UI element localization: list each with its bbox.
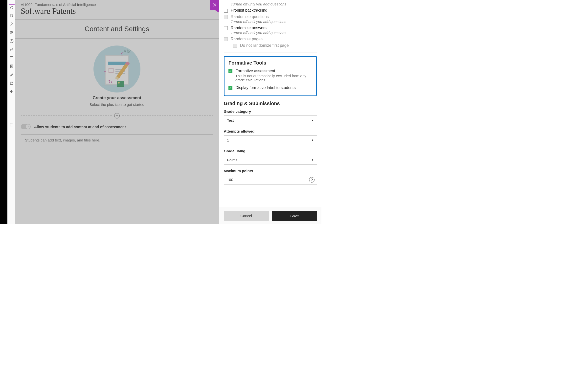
empty-title: Create your assessment — [15, 95, 219, 100]
settings-scroll[interactable]: Turned off until you add questions Prohi… — [219, 0, 321, 207]
grade-using-label: Grade using — [224, 149, 317, 153]
rail-icon-2[interactable]: D — [9, 13, 15, 19]
people-icon[interactable] — [9, 30, 15, 36]
lock-icon[interactable] — [9, 46, 15, 52]
formative-assessment-label: Formative assessment — [235, 69, 312, 73]
grade-category-value: Test — [227, 118, 234, 122]
randomize-answers-checkbox[interactable] — [224, 26, 228, 30]
svg-rect-12 — [10, 123, 13, 126]
plus-icon: + — [116, 114, 118, 118]
chevron-down-icon: ▼ — [311, 119, 314, 122]
settings-footer: Cancel Save — [219, 207, 321, 224]
randomize-pages-label: Randomize pages — [231, 37, 263, 41]
svg-rect-11 — [10, 92, 11, 93]
clipboard-icon[interactable] — [9, 63, 15, 69]
turned-off-hint: Turned off until you add questions — [231, 2, 317, 6]
no-randomize-first-label: Do not randomize first page — [240, 43, 289, 48]
formative-title: Formative Tools — [228, 60, 312, 66]
svg-point-2 — [12, 32, 13, 33]
randomize-pages-checkbox — [224, 37, 228, 41]
option-no-randomize-first: Do not randomize first page — [224, 43, 317, 48]
empty-subtitle: Select the plus icon to get started — [15, 102, 219, 107]
add-content-row: + — [15, 111, 219, 120]
person-icon[interactable] — [9, 21, 15, 27]
save-icon[interactable] — [9, 80, 15, 86]
option-randomize-answers: Randomize answers Turned off until you a… — [224, 26, 317, 35]
option-display-formative: ✓ Display formative label to students — [228, 86, 312, 90]
attempts-label: Attempts allowed — [224, 129, 317, 133]
breadcrumb: AI1002: Fundamentals of Artificial Intel… — [15, 0, 219, 7]
randomize-questions-checkbox — [224, 15, 228, 19]
randomize-answers-label: Randomize answers — [231, 26, 267, 30]
arrow-icon: ↻ — [108, 79, 112, 85]
option-prohibit-backtracking: Prohibit backtracking — [224, 8, 317, 13]
grade-category-label: Grade category — [224, 109, 317, 114]
attempts-field: Attempts allowed 1 ▼ — [224, 129, 317, 145]
display-formative-label: Display formative label to students — [235, 86, 296, 90]
dashed-icon[interactable] — [9, 122, 15, 128]
content-header: Content and Settings — [15, 19, 219, 39]
allow-students-row: ✓ Allow students to add content at end o… — [15, 120, 219, 133]
svg-rect-4 — [10, 49, 13, 51]
svg-point-1 — [11, 31, 12, 33]
left-rail-dark — [0, 0, 7, 224]
no-randomize-first-checkbox — [233, 44, 237, 48]
grade-category-field: Grade category Test ▼ — [224, 109, 317, 125]
option-randomize-questions: Randomize questions Turned off until you… — [224, 15, 317, 24]
close-icon — [212, 3, 217, 7]
grade-category-select[interactable]: Test ▼ — [224, 115, 317, 125]
main-area: AI1002: Fundamentals of Artificial Intel… — [15, 0, 321, 224]
svg-rect-8 — [11, 82, 12, 83]
save-button[interactable]: Save — [272, 211, 317, 221]
add-content-button[interactable]: + — [114, 113, 120, 118]
pencil-icon[interactable] — [9, 72, 15, 78]
content-column: AI1002: Fundamentals of Artificial Intel… — [15, 0, 219, 224]
option-formative-assessment: ✓ Formative assessment This is not autom… — [228, 69, 312, 82]
max-points-input[interactable] — [224, 175, 317, 184]
display-formative-checkbox[interactable]: ✓ — [228, 86, 232, 90]
randomize-answers-hint: Turned off until you add questions — [231, 31, 317, 35]
attempts-select[interactable]: 1 ▼ — [224, 135, 317, 145]
chevron-down-icon: ▼ — [311, 139, 314, 141]
grading-title: Grading & Submissions — [224, 101, 317, 106]
cancel-button[interactable]: Cancel — [224, 211, 269, 221]
grade-using-field: Grade using Points ▼ — [224, 149, 317, 165]
allow-students-label: Allow students to add content at end of … — [34, 125, 126, 129]
page-title: Software Patents — [15, 7, 219, 19]
close-button[interactable] — [210, 0, 220, 10]
svg-rect-9 — [10, 90, 11, 91]
svg-point-0 — [11, 23, 12, 24]
rail-icon-1[interactable]: C — [9, 4, 15, 10]
prohibit-backtracking-label: Prohibit backtracking — [231, 8, 268, 13]
option-randomize-pages: Randomize pages — [224, 37, 317, 41]
max-points-field: Maximum points ? — [224, 169, 317, 184]
code-icon[interactable] — [9, 55, 15, 61]
divider — [224, 52, 317, 52]
max-points-label: Maximum points — [224, 169, 317, 173]
grade-using-select[interactable]: Points ▼ — [224, 155, 317, 165]
check-icon: ✓ — [27, 125, 29, 128]
student-content-area[interactable]: Students can add text, images, and files… — [21, 134, 213, 154]
help-icon[interactable]: ? — [309, 177, 315, 183]
assessment-illustration: Abc ↶ ↗ ↻ — [93, 46, 140, 92]
attempts-value: 1 — [227, 138, 229, 142]
allow-students-toggle[interactable]: ✓ — [21, 124, 31, 129]
prohibit-backtracking-checkbox[interactable] — [224, 9, 228, 13]
randomize-questions-hint: Turned off until you add questions — [231, 20, 317, 24]
formative-assessment-desc: This is not automatically excluded from … — [235, 74, 312, 82]
chevron-down-icon: ▼ — [311, 159, 314, 161]
formative-tools-section: Formative Tools ✓ Formative assessment T… — [224, 56, 317, 96]
formative-assessment-checkbox[interactable]: ✓ — [228, 69, 232, 73]
svg-rect-10 — [12, 90, 13, 91]
randomize-questions-label: Randomize questions — [231, 15, 269, 19]
clock-icon[interactable] — [9, 38, 15, 44]
empty-state: Abc ↶ ↗ ↻ Create your assessment — [15, 39, 219, 111]
apps-icon[interactable] — [9, 89, 15, 94]
grade-using-value: Points — [227, 158, 237, 162]
option-hint-top: Turned off until you add questions — [224, 2, 317, 6]
settings-panel: Turned off until you add questions Prohi… — [219, 0, 321, 224]
